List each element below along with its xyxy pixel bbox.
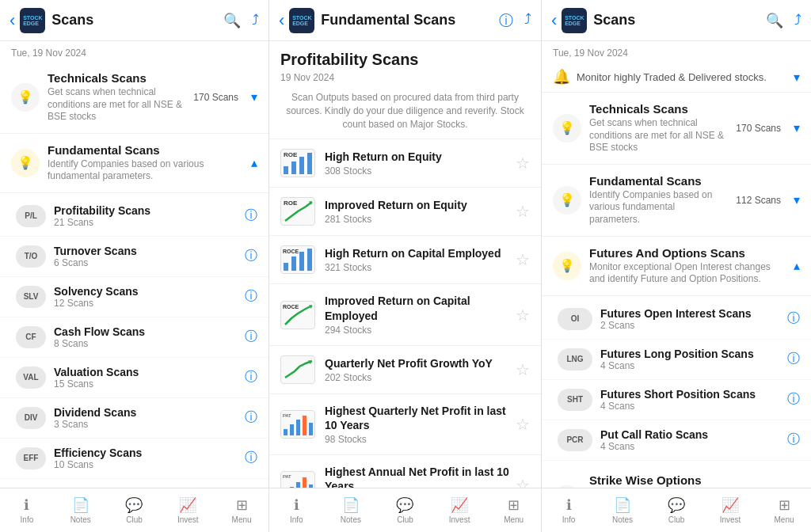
right-nav-menu[interactable]: ⊞ Menu bbox=[757, 488, 811, 532]
scan-item-roe-improved[interactable]: ROE Improved Return on Equity 281 Stocks… bbox=[269, 188, 541, 236]
left-search-icon[interactable]: 🔍 bbox=[223, 12, 241, 29]
alert-icon: 🔔 bbox=[553, 68, 570, 86]
left-nav-info[interactable]: ℹ Info bbox=[0, 488, 54, 532]
roe-star[interactable]: ☆ bbox=[516, 154, 530, 173]
eff-badge: EFF bbox=[16, 447, 46, 469]
lng-info-icon[interactable]: ⓘ bbox=[787, 351, 800, 367]
left-notes-icon: 📄 bbox=[72, 496, 89, 514]
scan-item-roce[interactable]: ROCE High Return on Capital Employed 321… bbox=[269, 236, 541, 284]
qprofit-info: Quarterly Net Profit Growth YoY 202 Stoc… bbox=[325, 356, 509, 383]
sub-item-div[interactable]: DIV Dividend Scans 3 Scans ⓘ bbox=[0, 398, 268, 439]
right-back-button[interactable]: ‹ bbox=[551, 10, 557, 31]
eff-info-icon[interactable]: ⓘ bbox=[245, 450, 257, 466]
sub-item-shp[interactable]: SHP Shareholding Scans 26 Scans ⓘ bbox=[0, 479, 268, 488]
slv-title: Solvency Scans bbox=[54, 285, 238, 298]
scan-item-roe[interactable]: ROE High Return on Equity 308 Stocks ☆ bbox=[269, 139, 541, 188]
right-fundamentals-chevron[interactable]: ▾ bbox=[794, 192, 800, 207]
roce-improved-info: Improved Return on Capital Employed 294 … bbox=[325, 294, 509, 335]
pl-badge: P/L bbox=[16, 205, 46, 227]
middle-header-icons: ⓘ ⤴ bbox=[499, 11, 531, 30]
oi-count: 2 Scans bbox=[600, 320, 781, 331]
middle-share-icon[interactable]: ⤴ bbox=[524, 11, 531, 30]
roe-improved-star[interactable]: ☆ bbox=[516, 202, 530, 221]
left-back-button[interactable]: ‹ bbox=[10, 10, 15, 31]
oi-info-icon[interactable]: ⓘ bbox=[787, 310, 800, 327]
mid-nav-invest[interactable]: 📈 Invest bbox=[432, 488, 487, 532]
right-invest-label: Invest bbox=[720, 515, 741, 524]
scan-item-hqprofit[interactable]: PAT Highest Quarterly Net Profit in last… bbox=[269, 394, 541, 455]
right-futures-category[interactable]: 💡 Futures And Options Scans Monitor exce… bbox=[542, 237, 811, 296]
right-technicals-chevron[interactable]: ▾ bbox=[794, 120, 800, 135]
right-scroll: Tue, 19 Nov 2024 🔔 Monitor highly Traded… bbox=[542, 41, 811, 488]
val-info-icon[interactable]: ⓘ bbox=[245, 369, 257, 386]
svg-rect-24 bbox=[303, 477, 307, 488]
middle-info-icon[interactable]: ⓘ bbox=[499, 11, 513, 30]
cf-info-icon[interactable]: ⓘ bbox=[245, 329, 257, 345]
left-title: Scans bbox=[51, 12, 223, 28]
sht-info-icon[interactable]: ⓘ bbox=[787, 391, 800, 408]
right-header-icons: 🔍 ⤴ bbox=[766, 12, 801, 29]
sub-item-to[interactable]: T/O Turnover Scans 6 Scans ⓘ bbox=[0, 237, 268, 277]
left-nav-invest[interactable]: 📈 Invest bbox=[161, 488, 215, 532]
qprofit-star[interactable]: ☆ bbox=[516, 360, 530, 379]
technicals-category[interactable]: 💡 Technicals Scans Get scans when techni… bbox=[0, 62, 268, 134]
left-nav-club[interactable]: 💬 Club bbox=[108, 488, 162, 532]
right-share-icon[interactable]: ⤴ bbox=[794, 12, 801, 29]
left-nav-menu[interactable]: ⊞ Menu bbox=[215, 488, 268, 532]
right-futures-chevron[interactable]: ▴ bbox=[794, 258, 800, 273]
roce-star[interactable]: ☆ bbox=[516, 250, 530, 269]
left-share-icon[interactable]: ⤴ bbox=[252, 12, 259, 29]
haprofit-star[interactable]: ☆ bbox=[516, 476, 530, 488]
svg-rect-19 bbox=[309, 423, 313, 435]
to-badge: T/O bbox=[16, 245, 46, 268]
right-nav-info[interactable]: ℹ Info bbox=[542, 488, 596, 532]
right-nav-invest[interactable]: 📈 Invest bbox=[703, 488, 757, 532]
haprofit-title: Highest Annual Net Profit in last 10 Yea… bbox=[325, 465, 509, 488]
mid-nav-menu[interactable]: ⊞ Menu bbox=[486, 488, 541, 532]
middle-back-button[interactable]: ‹ bbox=[279, 10, 284, 31]
left-nav-notes[interactable]: 📄 Notes bbox=[54, 488, 108, 532]
right-nav-club[interactable]: 💬 Club bbox=[649, 488, 703, 532]
fut-pcr[interactable]: PCR Put Call Ratio Scans 4 Scans ⓘ bbox=[542, 420, 811, 461]
mid-info-icon: ℹ bbox=[294, 496, 299, 514]
left-invest-icon: 📈 bbox=[179, 496, 196, 514]
alert-row[interactable]: 🔔 Monitor highly Traded & Delivered stoc… bbox=[542, 62, 811, 93]
sub-item-pl[interactable]: P/L Profitability Scans 21 Scans ⓘ bbox=[0, 196, 268, 237]
roce-improved-star[interactable]: ☆ bbox=[516, 306, 530, 325]
right-fundamentals-category[interactable]: 💡 Fundamental Scans Identify Companies b… bbox=[542, 165, 811, 237]
hqprofit-info: Highest Quarterly Net Profit in last 10 … bbox=[325, 404, 509, 445]
mid-club-icon: 💬 bbox=[396, 496, 413, 514]
scan-item-qprofit[interactable]: Quarterly Net Profit Growth YoY 202 Stoc… bbox=[269, 346, 541, 394]
fut-lng[interactable]: LNG Futures Long Position Scans 4 Scans … bbox=[542, 340, 811, 380]
right-nav-notes[interactable]: 📄 Notes bbox=[596, 488, 649, 532]
left-club-icon: 💬 bbox=[125, 496, 143, 514]
fut-sht[interactable]: SHT Futures Short Position Scans 4 Scans… bbox=[542, 380, 811, 420]
pl-info-icon[interactable]: ⓘ bbox=[245, 207, 257, 224]
right-search-icon[interactable]: 🔍 bbox=[766, 12, 783, 29]
sub-item-val[interactable]: VAL Valuation Scans 15 Scans ⓘ bbox=[0, 358, 268, 398]
mid-nav-notes[interactable]: 📄 Notes bbox=[324, 488, 379, 532]
lng-badge: LNG bbox=[558, 348, 592, 370]
to-info-icon[interactable]: ⓘ bbox=[245, 248, 257, 264]
roce-improved-stocks: 294 Stocks bbox=[325, 325, 509, 336]
pcr-info-icon[interactable]: ⓘ bbox=[787, 431, 800, 448]
svg-text:ROCE: ROCE bbox=[283, 304, 299, 310]
right-technicals-category[interactable]: 💡 Technicals Scans Get scans when techni… bbox=[542, 93, 811, 165]
right-strike-text: Strike Wise Options Scans Monitor major … bbox=[589, 473, 739, 488]
sub-item-slv[interactable]: SLV Solvency Scans 12 Scans ⓘ bbox=[0, 277, 268, 317]
fundamentals-category[interactable]: 💡 Fundamental Scans Identify Companies b… bbox=[0, 134, 268, 193]
scan-item-roce-improved[interactable]: ROCE Improved Return on Capital Employed… bbox=[269, 284, 541, 345]
mid-nav-club[interactable]: 💬 Club bbox=[378, 488, 432, 532]
div-info-icon[interactable]: ⓘ bbox=[245, 409, 257, 426]
fut-oi[interactable]: OI Futures Open Interest Scans 2 Scans ⓘ bbox=[542, 299, 811, 340]
slv-info-icon[interactable]: ⓘ bbox=[245, 288, 257, 305]
mid-nav-info[interactable]: ℹ Info bbox=[269, 488, 324, 532]
sub-item-cf[interactable]: CF Cash Flow Scans 8 Scans ⓘ bbox=[0, 317, 268, 358]
right-strike-category[interactable]: 💡 Strike Wise Options Scans Monitor majo… bbox=[542, 464, 811, 488]
technicals-chevron[interactable]: ▾ bbox=[251, 89, 257, 104]
fundamentals-chevron[interactable]: ▴ bbox=[251, 155, 257, 170]
sub-item-eff[interactable]: EFF Efficiency Scans 10 Scans ⓘ bbox=[0, 439, 268, 479]
hqprofit-star[interactable]: ☆ bbox=[516, 415, 530, 434]
alert-chevron[interactable]: ▾ bbox=[794, 70, 800, 85]
scan-item-haprofit[interactable]: PAT Highest Annual Net Profit in last 10… bbox=[269, 455, 541, 488]
